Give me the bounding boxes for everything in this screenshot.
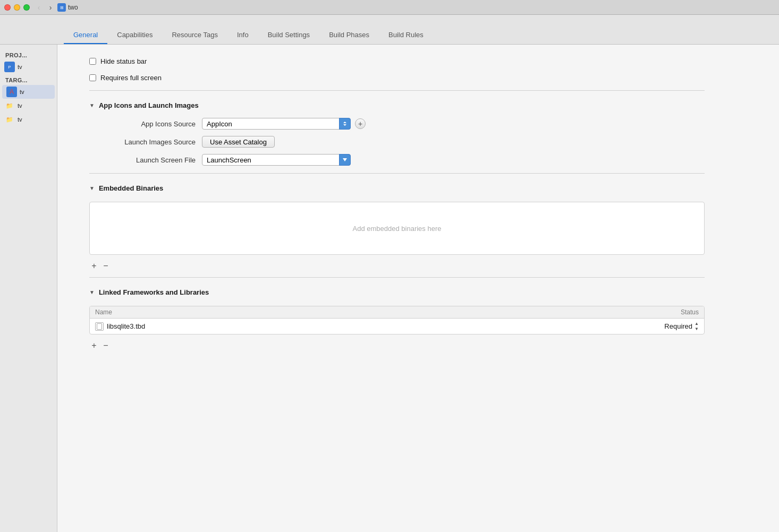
row-name: libsqlite3.tbd bbox=[107, 322, 624, 330]
launch-screen-label: Launch Screen File bbox=[89, 156, 196, 164]
tab-build-settings[interactable]: Build Settings bbox=[258, 27, 320, 44]
tab-build-phases[interactable]: Build Phases bbox=[319, 27, 379, 44]
main-section: Hide status bar Requires full screen ▼ A… bbox=[57, 45, 779, 361]
embedded-title: Embedded Binaries bbox=[99, 184, 163, 192]
titlebar: ‹ › ⊞ two bbox=[0, 0, 779, 15]
app-icons-select[interactable]: AppIcon bbox=[202, 118, 351, 130]
target-label-0: tv bbox=[20, 89, 24, 95]
linked-add-button[interactable]: + bbox=[89, 341, 99, 350]
app-icons-title: App Icons and Launch Images bbox=[99, 101, 199, 109]
launch-images-label: Launch Images Source bbox=[89, 138, 196, 146]
sidebar-item-target-0[interactable]: A tv bbox=[2, 85, 55, 99]
requires-fullscreen-label: Requires full screen bbox=[100, 74, 162, 82]
proj-icon: P bbox=[4, 62, 15, 72]
app-icons-triangle-icon: ▼ bbox=[89, 102, 95, 108]
sidebar-item-target-1[interactable]: 📁 tv bbox=[0, 99, 57, 113]
targ-header: TARG... bbox=[0, 74, 57, 85]
tab-info[interactable]: Info bbox=[227, 27, 258, 44]
linked-frameworks-table: Name Status libsqlite3.tbd Required ▲ ▼ bbox=[89, 306, 705, 334]
target-label-2: tv bbox=[18, 116, 22, 123]
requires-fullscreen-row: Requires full screen bbox=[89, 70, 705, 86]
folder-icon-2: 📁 bbox=[4, 114, 15, 125]
svg-text:P: P bbox=[8, 65, 11, 70]
tab-build-rules[interactable]: Build Rules bbox=[379, 27, 433, 44]
row-status: Required ▲ ▼ bbox=[624, 321, 699, 331]
nav-buttons: ‹ › bbox=[34, 3, 55, 12]
embedded-placeholder: Add embedded binaries here bbox=[353, 225, 442, 233]
project-icon: ⊞ bbox=[57, 3, 66, 12]
main-area: PROJ... P tv TARG... A tv 📁 tv 📁 tv bbox=[0, 45, 779, 532]
requires-fullscreen-checkbox[interactable] bbox=[89, 74, 96, 81]
col-status-header: Status bbox=[624, 308, 699, 316]
app-icons-source-row: App Icons Source AppIcon bbox=[89, 115, 705, 133]
linked-title: Linked Frameworks and Libraries bbox=[99, 288, 209, 296]
minimize-button[interactable] bbox=[14, 4, 20, 11]
divider-3 bbox=[89, 277, 705, 278]
embedded-add-remove-row: + − bbox=[89, 259, 705, 273]
launch-images-row: Launch Images Source Use Asset Catalog bbox=[89, 133, 705, 151]
launch-screen-select-wrapper: LaunchScreen bbox=[202, 154, 351, 166]
hide-status-label: Hide status bar bbox=[100, 57, 147, 65]
tab-capabilities[interactable]: Capabilities bbox=[107, 27, 162, 44]
linked-remove-button[interactable]: − bbox=[101, 341, 111, 350]
app-icons-select-arrow[interactable] bbox=[339, 118, 351, 130]
app-icons-source-label: App Icons Source bbox=[89, 120, 196, 128]
proj-label: tv bbox=[18, 64, 22, 70]
divider-1 bbox=[89, 90, 705, 91]
file-icon bbox=[95, 322, 104, 331]
launch-screen-row: Launch Screen File LaunchScreen bbox=[89, 151, 705, 169]
use-asset-catalog-button[interactable]: Use Asset Catalog bbox=[202, 136, 275, 148]
app-icons-source-control: AppIcon + bbox=[202, 118, 366, 130]
sidebar: PROJ... P tv TARG... A tv 📁 tv 📁 tv bbox=[0, 45, 57, 532]
app-icons-select-wrapper: AppIcon bbox=[202, 118, 351, 130]
tab-general[interactable]: General bbox=[64, 27, 107, 44]
hide-status-row: Hide status bar bbox=[89, 53, 705, 70]
maximize-button[interactable] bbox=[23, 4, 30, 11]
embedded-remove-button[interactable]: − bbox=[101, 261, 111, 271]
embedded-triangle-icon: ▼ bbox=[89, 185, 95, 191]
target-label-1: tv bbox=[18, 102, 22, 109]
launch-images-control: Use Asset Catalog bbox=[202, 136, 275, 148]
tab-bar: General Capabilities Resource Tags Info … bbox=[0, 15, 779, 45]
launch-screen-control: LaunchScreen bbox=[202, 154, 351, 166]
tab-resource-tags[interactable]: Resource Tags bbox=[162, 27, 227, 44]
linked-add-remove-row: + − bbox=[89, 339, 705, 353]
embedded-add-button[interactable]: + bbox=[89, 261, 99, 271]
divider-2 bbox=[89, 173, 705, 174]
app-icons-section-header[interactable]: ▼ App Icons and Launch Images bbox=[89, 95, 705, 115]
launch-screen-select-arrow[interactable] bbox=[339, 154, 351, 166]
stepper-up-icon: ▲ bbox=[695, 321, 699, 326]
svg-text:A: A bbox=[10, 88, 14, 96]
table-header: Name Status bbox=[90, 306, 704, 319]
target-icon-0: A bbox=[6, 87, 17, 97]
table-row[interactable]: libsqlite3.tbd Required ▲ ▼ bbox=[90, 319, 704, 334]
stepper-down-icon: ▼ bbox=[695, 327, 699, 331]
status-text: Required bbox=[664, 322, 692, 330]
status-stepper[interactable]: ▲ ▼ bbox=[695, 321, 699, 331]
col-name-header: Name bbox=[95, 308, 624, 316]
close-button[interactable] bbox=[4, 4, 11, 11]
embedded-section-header[interactable]: ▼ Embedded Binaries bbox=[89, 178, 705, 198]
window-controls bbox=[4, 4, 30, 11]
back-arrow-icon[interactable]: ‹ bbox=[34, 3, 44, 12]
proj-header: PROJ... bbox=[0, 49, 57, 60]
linked-triangle-icon: ▼ bbox=[89, 289, 95, 295]
embedded-binaries-table: Add embedded binaries here bbox=[89, 202, 705, 255]
hide-status-checkbox[interactable] bbox=[89, 58, 96, 65]
forward-arrow-icon[interactable]: › bbox=[46, 3, 55, 12]
launch-screen-select[interactable]: LaunchScreen bbox=[202, 154, 351, 166]
folder-icon-1: 📁 bbox=[4, 100, 15, 111]
linked-section-header[interactable]: ▼ Linked Frameworks and Libraries bbox=[89, 282, 705, 302]
app-icons-add-button[interactable]: + bbox=[355, 118, 366, 129]
sidebar-item-target-2[interactable]: 📁 tv bbox=[0, 113, 57, 126]
content-area: Hide status bar Requires full screen ▼ A… bbox=[57, 45, 779, 532]
sidebar-item-proj[interactable]: P tv bbox=[0, 60, 57, 74]
svg-text:⊞: ⊞ bbox=[60, 5, 64, 10]
window-title: two bbox=[68, 4, 78, 11]
